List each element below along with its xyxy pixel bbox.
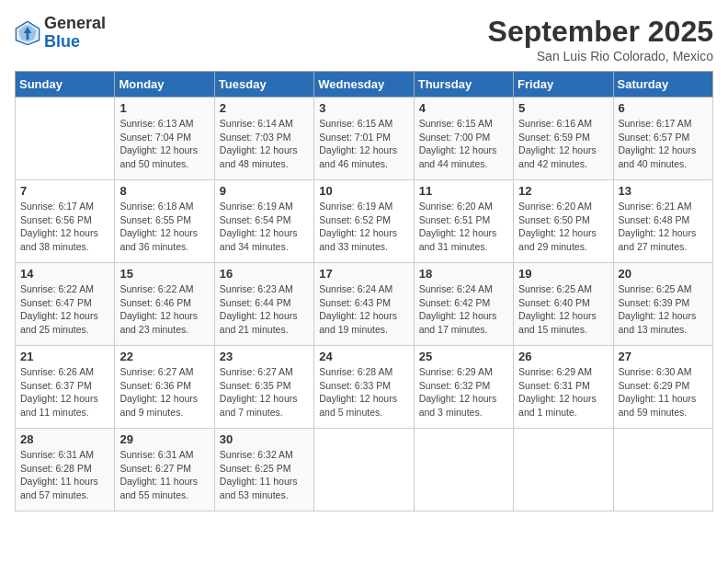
day-number: 23: [220, 350, 309, 363]
calendar-cell: 6Sunrise: 6:17 AM Sunset: 6:57 PM Daylig…: [613, 98, 712, 180]
calendar-cell: 3Sunrise: 6:15 AM Sunset: 7:01 PM Daylig…: [314, 98, 414, 180]
calendar-cell: 22Sunrise: 6:27 AM Sunset: 6:36 PM Dayli…: [115, 346, 214, 429]
day-header-thursday: Thursday: [414, 72, 513, 98]
day-header-tuesday: Tuesday: [214, 72, 313, 98]
calendar-week-row: 7Sunrise: 6:17 AM Sunset: 6:56 PM Daylig…: [16, 180, 713, 263]
day-number: 22: [119, 350, 209, 363]
day-number: 14: [20, 267, 109, 281]
title-block: September 2025 San Luis Rio Colorado, Me…: [488, 15, 713, 63]
day-info: Sunrise: 6:20 AM Sunset: 6:51 PM Dayligh…: [419, 200, 508, 254]
day-info: Sunrise: 6:21 AM Sunset: 6:48 PM Dayligh…: [619, 200, 708, 254]
location-text: San Luis Rio Colorado, Mexico: [488, 49, 713, 63]
day-info: Sunrise: 6:27 AM Sunset: 6:35 PM Dayligh…: [220, 365, 309, 419]
day-number: 16: [220, 267, 309, 281]
day-info: Sunrise: 6:22 AM Sunset: 6:46 PM Dayligh…: [119, 282, 209, 337]
calendar-cell: 27Sunrise: 6:30 AM Sunset: 6:29 PM Dayli…: [613, 346, 712, 429]
logo: General Blue: [15, 15, 106, 52]
calendar-cell: 25Sunrise: 6:29 AM Sunset: 6:32 PM Dayli…: [414, 346, 513, 429]
day-info: Sunrise: 6:26 AM Sunset: 6:37 PM Dayligh…: [20, 365, 109, 419]
calendar-week-row: 14Sunrise: 6:22 AM Sunset: 6:47 PM Dayli…: [16, 263, 713, 346]
day-number: 2: [220, 101, 309, 115]
day-info: Sunrise: 6:25 AM Sunset: 6:40 PM Dayligh…: [518, 282, 608, 337]
day-header-friday: Friday: [514, 72, 613, 98]
calendar-cell: 16Sunrise: 6:23 AM Sunset: 6:44 PM Dayli…: [214, 263, 313, 346]
day-info: Sunrise: 6:18 AM Sunset: 6:55 PM Dayligh…: [119, 200, 209, 254]
calendar-week-row: 1Sunrise: 6:13 AM Sunset: 7:04 PM Daylig…: [16, 98, 713, 180]
day-info: Sunrise: 6:30 AM Sunset: 6:29 PM Dayligh…: [619, 365, 708, 419]
day-number: 24: [319, 350, 408, 363]
day-info: Sunrise: 6:29 AM Sunset: 6:31 PM Dayligh…: [518, 365, 608, 419]
day-info: Sunrise: 6:17 AM Sunset: 6:56 PM Dayligh…: [20, 200, 109, 254]
day-number: 9: [220, 184, 309, 198]
calendar-cell: 29Sunrise: 6:31 AM Sunset: 6:27 PM Dayli…: [115, 429, 214, 511]
day-number: 10: [319, 184, 408, 198]
calendar-cell: 26Sunrise: 6:29 AM Sunset: 6:31 PM Dayli…: [514, 346, 613, 429]
calendar-cell: [613, 429, 712, 511]
calendar-cell: [414, 429, 513, 511]
day-number: 11: [419, 184, 508, 198]
calendar-cell: 20Sunrise: 6:25 AM Sunset: 6:39 PM Dayli…: [613, 263, 712, 346]
day-info: Sunrise: 6:14 AM Sunset: 7:03 PM Dayligh…: [220, 117, 309, 171]
calendar-cell: 12Sunrise: 6:20 AM Sunset: 6:50 PM Dayli…: [514, 180, 613, 263]
day-number: 25: [419, 350, 508, 363]
day-info: Sunrise: 6:15 AM Sunset: 7:01 PM Dayligh…: [319, 117, 408, 171]
calendar-week-row: 28Sunrise: 6:31 AM Sunset: 6:28 PM Dayli…: [16, 429, 713, 511]
day-number: 19: [518, 267, 608, 281]
day-info: Sunrise: 6:17 AM Sunset: 6:57 PM Dayligh…: [619, 117, 708, 171]
day-number: 28: [20, 432, 109, 446]
day-number: 3: [319, 101, 408, 115]
day-info: Sunrise: 6:31 AM Sunset: 6:28 PM Dayligh…: [20, 448, 109, 502]
day-info: Sunrise: 6:25 AM Sunset: 6:39 PM Dayligh…: [619, 282, 708, 337]
calendar-cell: 2Sunrise: 6:14 AM Sunset: 7:03 PM Daylig…: [214, 98, 313, 180]
day-number: 8: [119, 184, 209, 198]
page-header: General Blue September 2025 San Luis Rio…: [15, 15, 713, 63]
day-number: 21: [20, 350, 109, 363]
calendar-cell: 21Sunrise: 6:26 AM Sunset: 6:37 PM Dayli…: [16, 346, 115, 429]
calendar-cell: 7Sunrise: 6:17 AM Sunset: 6:56 PM Daylig…: [16, 180, 115, 263]
day-header-wednesday: Wednesday: [314, 72, 414, 98]
day-number: 5: [518, 101, 608, 115]
day-header-sunday: Sunday: [16, 72, 115, 98]
day-info: Sunrise: 6:20 AM Sunset: 6:50 PM Dayligh…: [518, 200, 608, 254]
day-info: Sunrise: 6:23 AM Sunset: 6:44 PM Dayligh…: [220, 282, 309, 337]
calendar-cell: 19Sunrise: 6:25 AM Sunset: 6:40 PM Dayli…: [514, 263, 613, 346]
calendar-cell: 1Sunrise: 6:13 AM Sunset: 7:04 PM Daylig…: [115, 98, 214, 180]
calendar-cell: 8Sunrise: 6:18 AM Sunset: 6:55 PM Daylig…: [115, 180, 214, 263]
calendar-week-row: 21Sunrise: 6:26 AM Sunset: 6:37 PM Dayli…: [16, 346, 713, 429]
calendar-cell: 17Sunrise: 6:24 AM Sunset: 6:43 PM Dayli…: [314, 263, 414, 346]
calendar-cell: [314, 429, 414, 511]
day-header-monday: Monday: [115, 72, 214, 98]
day-info: Sunrise: 6:27 AM Sunset: 6:36 PM Dayligh…: [119, 365, 209, 419]
day-number: 18: [419, 267, 508, 281]
day-info: Sunrise: 6:19 AM Sunset: 6:54 PM Dayligh…: [220, 200, 309, 254]
day-number: 30: [220, 432, 309, 446]
day-info: Sunrise: 6:19 AM Sunset: 6:52 PM Dayligh…: [319, 200, 408, 254]
day-number: 12: [518, 184, 608, 198]
calendar-cell: 11Sunrise: 6:20 AM Sunset: 6:51 PM Dayli…: [414, 180, 513, 263]
day-header-saturday: Saturday: [613, 72, 712, 98]
calendar-cell: 28Sunrise: 6:31 AM Sunset: 6:28 PM Dayli…: [16, 429, 115, 511]
day-info: Sunrise: 6:29 AM Sunset: 6:32 PM Dayligh…: [419, 365, 508, 419]
calendar-cell: 14Sunrise: 6:22 AM Sunset: 6:47 PM Dayli…: [16, 263, 115, 346]
day-info: Sunrise: 6:13 AM Sunset: 7:04 PM Dayligh…: [119, 117, 209, 171]
day-number: 1: [119, 101, 209, 115]
calendar-cell: 15Sunrise: 6:22 AM Sunset: 6:46 PM Dayli…: [115, 263, 214, 346]
calendar-cell: 13Sunrise: 6:21 AM Sunset: 6:48 PM Dayli…: [613, 180, 712, 263]
day-info: Sunrise: 6:15 AM Sunset: 7:00 PM Dayligh…: [419, 117, 508, 171]
day-number: 4: [419, 101, 508, 115]
day-info: Sunrise: 6:24 AM Sunset: 6:42 PM Dayligh…: [419, 282, 508, 337]
day-number: 26: [518, 350, 608, 363]
calendar-cell: 24Sunrise: 6:28 AM Sunset: 6:33 PM Dayli…: [314, 346, 414, 429]
calendar-cell: 18Sunrise: 6:24 AM Sunset: 6:42 PM Dayli…: [414, 263, 513, 346]
day-number: 13: [619, 184, 708, 198]
day-number: 7: [20, 184, 109, 198]
logo-blue-text: Blue: [44, 32, 80, 51]
logo-icon: [15, 20, 40, 46]
logo-general-text: General: [44, 14, 106, 32]
day-info: Sunrise: 6:24 AM Sunset: 6:43 PM Dayligh…: [319, 282, 408, 337]
calendar-cell: 4Sunrise: 6:15 AM Sunset: 7:00 PM Daylig…: [414, 98, 513, 180]
day-number: 6: [619, 101, 708, 115]
calendar-cell: 5Sunrise: 6:16 AM Sunset: 6:59 PM Daylig…: [514, 98, 613, 180]
calendar-cell: 10Sunrise: 6:19 AM Sunset: 6:52 PM Dayli…: [314, 180, 414, 263]
calendar-cell: [16, 98, 115, 180]
